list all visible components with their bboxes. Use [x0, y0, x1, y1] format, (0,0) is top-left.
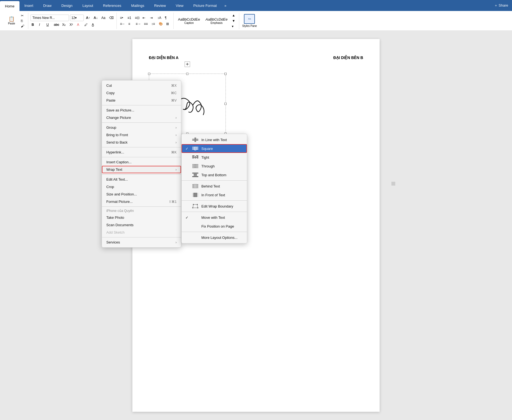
menu-item-crop[interactable]: Crop	[102, 183, 181, 191]
subscript-button[interactable]: X₂	[61, 22, 68, 27]
change-picture-label: Change Picture	[106, 116, 131, 120]
submenu-item-top-bottom[interactable]: Top and Bottom	[182, 170, 247, 179]
tab-references[interactable]: References	[98, 0, 126, 11]
strikethrough-button[interactable]: abc	[53, 22, 60, 27]
superscript-button[interactable]: X²	[68, 22, 75, 27]
submenu-item-edit-boundary[interactable]: Edit Wrap Boundary	[182, 202, 247, 211]
borders-button[interactable]: ⊞	[165, 21, 172, 26]
menu-item-insert-caption[interactable]: Insert Caption...	[102, 158, 181, 166]
menu-item-save-as-picture[interactable]: Save as Picture...	[102, 107, 181, 114]
tab-mailings[interactable]: Mailings	[126, 0, 149, 11]
copy-button[interactable]: ⎘	[20, 18, 26, 23]
font-fill-button[interactable]: A̲	[91, 22, 97, 27]
sort-button[interactable]: ↕A	[156, 15, 163, 20]
decrease-indent-button[interactable]: ⇤	[141, 15, 148, 20]
align-center-button[interactable]: ≡	[127, 21, 134, 26]
paste-label-menu: Paste	[106, 98, 115, 102]
font-group: Times New R... 12 ▾ A↑ A↓ Aa ⌫ B I U abc…	[29, 13, 117, 29]
styles-scroll-down[interactable]: ▼	[231, 18, 237, 23]
style-emphasis[interactable]: AaBbCcDdEe Emphasis	[203, 16, 230, 26]
menu-item-services[interactable]: Services ›	[102, 239, 181, 246]
menu-item-scan-documents[interactable]: Scan Documents	[102, 221, 181, 229]
menu-item-copy[interactable]: Copy ⌘C	[102, 89, 181, 97]
submenu-item-inline[interactable]: In Line with Text	[182, 135, 247, 144]
tab-picture-format[interactable]: Picture Format	[188, 0, 222, 11]
shrink-font-button[interactable]: A↓	[93, 15, 99, 20]
move-handle[interactable]: ✛	[185, 61, 190, 67]
increase-indent-button[interactable]: ⇥	[149, 15, 155, 20]
edit-alt-text-label: Edit Alt Text...	[106, 177, 128, 181]
style-caption[interactable]: AaBbCcDdEe Caption	[176, 16, 202, 26]
menu-item-size-position[interactable]: Size and Position...	[102, 191, 181, 198]
submenu-item-more-layout[interactable]: More Layout Options...	[182, 233, 247, 242]
font-color-button[interactable]: A	[76, 22, 82, 27]
bullets-button[interactable]: ≡•	[119, 15, 126, 20]
menu-item-paste[interactable]: Paste ⌘V	[102, 97, 181, 104]
highlight-button[interactable]: 🖊	[83, 22, 90, 27]
align-left-button[interactable]: ≡←	[119, 21, 126, 26]
change-case-button[interactable]: Aa	[100, 15, 107, 20]
menu-item-group[interactable]: Group ›	[102, 124, 181, 131]
format-picture-label: Format Picture...	[106, 200, 133, 204]
styles-scroll-up[interactable]: ▲	[231, 13, 237, 18]
outline-button[interactable]: ≡⊡	[134, 15, 141, 20]
handle-top-left[interactable]	[148, 73, 150, 75]
format-painter-button[interactable]: 🖌	[20, 24, 26, 29]
menu-item-change-picture[interactable]: Change Picture ›	[102, 114, 181, 121]
size-position-label: Size and Position...	[106, 192, 137, 196]
ribbon: Home Insert Draw Design Layout Reference…	[0, 0, 512, 31]
submenu-item-move-with-text[interactable]: ✓ Move with Text	[182, 213, 247, 222]
submenu-item-square[interactable]: ✓ Square	[182, 144, 247, 153]
submenu-item-through[interactable]: Through	[182, 162, 247, 170]
submenu-item-tight[interactable]: Tight	[182, 153, 247, 162]
menu-item-take-photo[interactable]: Take Photo	[102, 214, 181, 221]
tab-review[interactable]: Review	[149, 0, 171, 11]
tab-draw[interactable]: Draw	[38, 0, 56, 11]
styles-expand[interactable]: ▾	[231, 24, 237, 29]
align-right-button[interactable]: ≡→	[135, 21, 142, 26]
menu-item-bring-to-front[interactable]: Bring to Front ›	[102, 131, 181, 139]
paste-button[interactable]: 📋 Paste	[4, 13, 19, 29]
font-family-selector[interactable]: Times New R...	[30, 15, 69, 21]
tab-more[interactable]: »	[222, 0, 229, 11]
paragraph-marks-button[interactable]: ¶	[164, 15, 170, 20]
menu-item-format-picture[interactable]: Format Picture... ⇧⌘1	[102, 198, 181, 205]
line-spacing-button[interactable]: ↕≡	[150, 21, 157, 26]
tight-label: Tight	[201, 155, 209, 159]
behind-icon	[192, 184, 199, 189]
submenu-item-behind-text[interactable]: Behind Text	[182, 182, 247, 191]
grow-font-button[interactable]: A↑	[85, 15, 91, 20]
italic-button[interactable]: I	[38, 22, 44, 27]
menu-item-cut[interactable]: Cut ⌘X	[102, 82, 181, 89]
shading-button[interactable]: 🎨	[158, 21, 164, 26]
menu-item-edit-alt-text[interactable]: Edit Alt Text...	[102, 176, 181, 183]
section-label-iphone: iPhone của Quyên	[102, 208, 181, 214]
tab-design[interactable]: Design	[57, 0, 77, 11]
submenu-sep-2	[182, 200, 247, 201]
tab-view[interactable]: View	[171, 0, 188, 11]
tab-layout[interactable]: Layout	[77, 0, 98, 11]
menu-item-send-to-back[interactable]: Send to Back ›	[102, 139, 181, 146]
handle-top-right[interactable]	[224, 73, 227, 75]
services-arrow: ›	[176, 240, 177, 244]
numbering-button[interactable]: ≡1	[126, 15, 133, 20]
svg-rect-15	[194, 184, 197, 188]
infront-text-label: In Front of Text	[201, 193, 225, 197]
tab-insert[interactable]: Insert	[20, 0, 38, 11]
bold-button[interactable]: B	[30, 22, 37, 27]
underline-button[interactable]: U	[45, 22, 52, 27]
share-button[interactable]: ＋ Share	[490, 0, 512, 11]
menu-item-hyperlink[interactable]: Hyperlink... ⌘K	[102, 149, 181, 156]
handle-middle-right[interactable]	[224, 103, 227, 105]
cut-button[interactable]: ✂	[20, 13, 26, 18]
justify-button[interactable]: ≡≡	[143, 21, 149, 26]
clear-format-button[interactable]: ⌫	[108, 15, 115, 20]
tab-home[interactable]: Home	[0, 1, 20, 11]
through-label: Through	[201, 164, 215, 168]
submenu-item-fix-position[interactable]: Fix Position on Page	[182, 222, 247, 231]
submenu-item-infront-text[interactable]: In Front of Text	[182, 191, 247, 199]
styles-pane-button[interactable]: Aa Styles Pane	[240, 13, 259, 29]
menu-item-wrap-text[interactable]: Wrap Text ›	[102, 166, 181, 173]
handle-top-center[interactable]	[186, 73, 188, 75]
font-size-selector[interactable]: 12 ▾	[70, 15, 84, 21]
